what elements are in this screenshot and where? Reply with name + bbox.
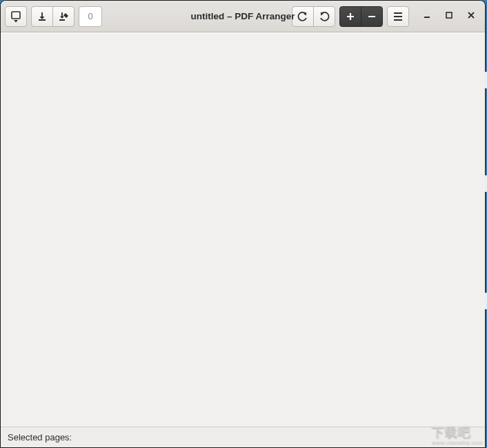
download-icon [37,11,48,22]
window-controls [417,7,481,26]
page-number-input[interactable] [79,6,102,27]
close-button[interactable] [461,7,481,26]
rotate-right-icon [319,11,330,22]
rotate-left-button[interactable] [292,6,314,27]
save-button[interactable] [31,6,53,27]
save-button-group [31,6,74,27]
hamburger-icon [392,12,404,21]
header-left-group [5,6,102,27]
header-bar: untitled – PDF Arranger [1,1,485,32]
svg-marker-1 [14,20,18,23]
status-bar: Selected pages: [1,427,485,447]
svg-marker-2 [40,17,45,19]
minus-icon [367,12,377,21]
svg-rect-6 [446,12,452,18]
zoom-button-group [339,6,383,27]
maximize-icon [445,11,453,21]
main-menu-button[interactable] [387,6,409,27]
close-icon [467,11,475,21]
save-as-button[interactable] [52,6,74,27]
rotate-right-button[interactable] [313,6,335,27]
zoom-out-button[interactable] [361,6,383,27]
app-window: untitled – PDF Arranger [0,0,486,448]
minimize-button[interactable] [417,7,437,26]
header-right-group [292,6,481,27]
open-document-icon [10,10,22,23]
rotate-left-icon [297,11,308,22]
svg-rect-0 [12,12,20,19]
maximize-button[interactable] [439,7,459,26]
svg-marker-3 [60,16,64,19]
download-edit-icon [57,11,70,22]
minimize-icon [423,11,431,21]
selected-pages-label: Selected pages: [8,432,72,442]
plus-icon [346,12,355,21]
zoom-in-button[interactable] [339,6,361,27]
open-document-button[interactable] [5,6,27,27]
document-area[interactable] [1,32,485,427]
rotate-button-group [292,6,335,27]
